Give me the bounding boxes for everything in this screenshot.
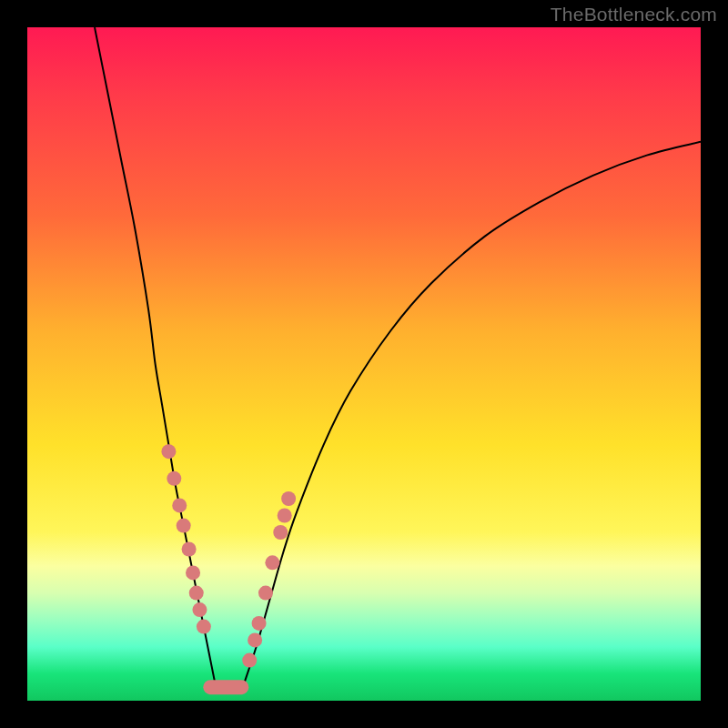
data-marker [186, 565, 200, 580]
data-marker [281, 491, 296, 506]
data-marker [265, 555, 279, 570]
data-marker [258, 586, 273, 601]
data-marker [192, 602, 207, 617]
right-arm-curve [243, 142, 701, 687]
data-marker [273, 525, 288, 540]
data-marker [248, 632, 262, 647]
data-marker [252, 616, 267, 631]
outer-frame: TheBottleneck.com [0, 0, 728, 728]
data-marker [242, 653, 257, 668]
data-marker [197, 620, 211, 634]
chart-svg [27, 27, 701, 701]
data-marker [278, 509, 292, 523]
watermark-text: TheBottleneck.com [551, 4, 717, 25]
trough-marker [203, 680, 248, 694]
data-marker [161, 444, 176, 459]
data-marker [177, 519, 191, 533]
data-marker [189, 586, 204, 601]
markers-right-group [242, 491, 296, 668]
plot-area [27, 27, 701, 701]
markers-trough-group [203, 680, 248, 694]
curve-group [95, 27, 701, 687]
data-marker [182, 542, 197, 557]
data-marker [167, 471, 181, 486]
data-marker [172, 498, 187, 512]
